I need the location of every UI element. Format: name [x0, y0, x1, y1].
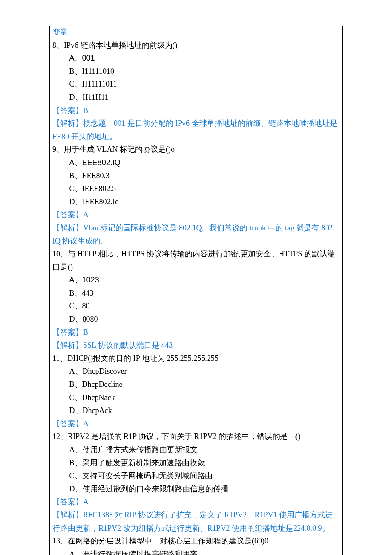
- q11-option-a: A、DhcpDiscover: [52, 365, 340, 378]
- q11-answer: 【答案】A: [52, 417, 340, 430]
- q10-option-d: D、8080: [52, 313, 340, 326]
- option-text: A、1023: [69, 276, 99, 284]
- q12-option-b: B、采用了触发更新机制来加速路由收敛: [52, 456, 340, 470]
- q11-option-b: B、DhcpDecline: [52, 378, 340, 391]
- q13-option-a: A、要进行数据压缩以提高链路利用率: [52, 548, 340, 555]
- q10-stem: 10、与 HTTP 相比，HTTPS 协议将传输的内容进行加密,更加安全。HTT…: [52, 247, 340, 273]
- q9-option-a: A、EEE802.IQ: [52, 156, 340, 169]
- q8-option-c: C、H11111011: [52, 78, 340, 91]
- q9-explanation: 【解析】VIan 标记的国际标准协议是 802.1Q。我们常说的 trunk 中…: [52, 221, 340, 247]
- q10-answer: 【答案】B: [52, 326, 340, 339]
- document-page: 变量。 8、IPv6 链路本地单播地址的前级为() A、001 B、I11111…: [0, 0, 392, 555]
- q9-option-c: C、IEEE802.5: [52, 182, 340, 195]
- q11-stem: 11、DHCP()报文的目的 IP 地址为 255.255.255.255: [52, 352, 340, 365]
- q12-option-c: C、支持可变长子网掩码和无类别域间路由: [52, 469, 340, 482]
- q12-option-a: A、使用广播方式来传播路由更新报文: [52, 443, 340, 456]
- q12-explanation: 【解析】RFC1388 对 RIP 协议进行了扩充，定义了 R1PV2。R1PV…: [52, 509, 340, 535]
- q8-stem: 8、IPv6 链路本地单播地址的前级为(): [52, 39, 340, 52]
- q8-explanation: 【解析】概念题，001 是目前分配的 IPv6 全球单播地址的前缀。链路本地唯播…: [52, 117, 340, 143]
- q9-option-b: B、EEE80.3: [52, 169, 340, 183]
- q8-option-b: B、I11111010: [52, 65, 340, 78]
- q13-stem: 13、在网络的分层设计模型中，对核心层工作规程的建议是(69)0: [52, 535, 340, 548]
- option-text: A、EEE802.IQ: [69, 158, 121, 167]
- q10-option-a: A、1023: [52, 273, 340, 287]
- option-text: A、001: [69, 54, 95, 62]
- q12-option-d: D、使用经过散列的口令来限制路由信息的传播: [52, 482, 340, 496]
- q12-stem: 12、RIPV2 是增强的 R1P 协议，下面关于 R1PV2 的描述中，错误的…: [52, 430, 340, 443]
- prev-explanation-tail: 变量。: [52, 26, 340, 39]
- q10-explanation: 【解析】SSL 协议的默认端口是 443: [52, 339, 340, 352]
- content-column: 变量。 8、IPv6 链路本地单播地址的前级为() A、001 B、I11111…: [49, 26, 343, 555]
- q10-option-c: C、80: [52, 299, 340, 313]
- q10-option-b: B、443: [52, 287, 340, 300]
- q8-option-a: A、001: [52, 52, 340, 65]
- q9-option-d: D、IEEE802.Id: [52, 195, 340, 209]
- q8-answer: 【答案】B: [52, 104, 340, 117]
- q12-answer: 【答案】A: [52, 495, 340, 509]
- q9-stem: 9、用于生成 VLAN 标记的协议是()o: [52, 143, 340, 156]
- q9-answer: 【答案】A: [52, 208, 340, 221]
- q11-option-d: D、DhcpAck: [52, 404, 340, 417]
- q11-option-c: C、DhcpNack: [52, 391, 340, 404]
- q8-option-d: D、H11H11: [52, 91, 340, 104]
